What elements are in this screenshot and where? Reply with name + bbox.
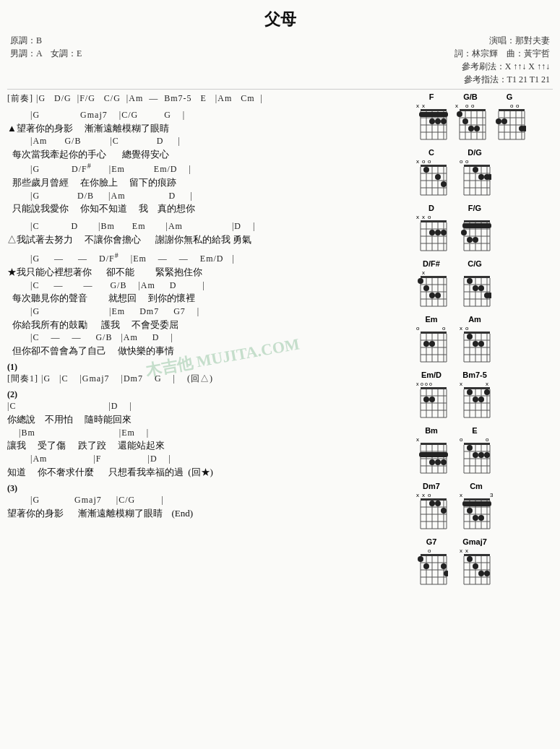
performer-label: 演唱：	[489, 35, 515, 46]
chord-diagrams: F x x	[412, 92, 553, 590]
svg-text:x: x	[416, 492, 419, 498]
svg-point-15	[435, 118, 441, 124]
svg-point-311	[467, 556, 473, 562]
svg-text:o: o	[429, 381, 432, 386]
chord-4: |G D/B |Am D |	[7, 190, 408, 202]
chord-row-7: Bm x	[415, 426, 553, 475]
section1: (1) [間奏1] |G |C |Gmaj7 |Dm7 G | (回△)	[7, 362, 408, 385]
svg-point-32	[462, 118, 468, 124]
original-key-value: B	[36, 35, 42, 46]
svg-text:x: x	[422, 214, 425, 220]
svg-text:o: o	[416, 325, 420, 332]
chord-CG-diagram	[458, 269, 491, 308]
chord-D: D x x o	[415, 204, 448, 252]
prelude-chord: [前奏] |G D/G |F/G C/G |Am — Bm7-5 E |Am C…	[7, 92, 408, 105]
svg-text:o: o	[428, 214, 431, 220]
female-label: 女調：	[51, 48, 77, 59]
lyric-5: △我試著去努力 不讓你會擔心 謝謝你無私的給我 勇氣	[7, 233, 408, 247]
author-line: 詞：林宗輝 曲：黃宇哲	[455, 48, 550, 60]
chord-F: F x x	[415, 92, 448, 141]
svg-point-180	[478, 341, 484, 347]
pre-chorus: |C D |Bm Em |Am |D | △我試著去努力 不讓你會擔心 謝謝你無…	[7, 220, 408, 246]
chord-D-diagram: x x o	[415, 213, 448, 252]
svg-text:x: x	[465, 547, 468, 554]
chord-Bm: Bm x	[415, 426, 448, 475]
svg-point-179	[473, 341, 478, 347]
capo-value: A	[36, 48, 42, 59]
svg-rect-278	[462, 501, 491, 506]
svg-point-116	[467, 237, 473, 243]
svg-point-68	[441, 181, 447, 187]
interlude-1: [間奏1] |G |C |Gmaj7 |Dm7 G | (回△)	[7, 373, 408, 385]
svg-point-83	[478, 174, 484, 180]
section-label-2: (2)	[7, 389, 408, 400]
chord-row-2: C x o o	[415, 148, 553, 196]
chord-Em: Em o o	[415, 315, 448, 363]
svg-text:o: o	[428, 158, 431, 165]
chord-E: E o o	[458, 426, 491, 475]
original-key-label: 原調：	[10, 35, 36, 46]
chord-DG: D/G o o	[458, 148, 491, 196]
svg-rect-283	[421, 554, 447, 556]
music-label: 曲：	[507, 48, 524, 59]
svg-point-246	[478, 452, 484, 458]
svg-text:o: o	[510, 103, 514, 109]
svg-point-115	[461, 230, 467, 235]
chord-Bm75-diagram: x x	[458, 380, 491, 419]
svg-text:o: o	[465, 325, 469, 332]
main-content: [前奏] |G D/G |F/G C/G |Am — Bm7-5 E |Am C…	[7, 92, 553, 590]
svg-rect-37	[499, 109, 525, 111]
svg-point-244	[467, 445, 473, 451]
chord-Dm7-diagram: x x o	[415, 491, 448, 530]
svg-point-279	[467, 508, 473, 514]
meta-left: 原調：B 男調：A 女調：E	[10, 35, 82, 86]
svg-text:o: o	[428, 547, 431, 554]
chord-8: |G |Em Dm7 G7 |	[7, 306, 408, 318]
svg-point-66	[423, 167, 429, 173]
svg-point-247	[484, 452, 490, 458]
svg-point-178	[467, 334, 473, 339]
svg-point-213	[478, 397, 484, 402]
svg-point-280	[473, 515, 478, 521]
svg-point-16	[441, 118, 447, 124]
chord-row-1: F x x	[415, 92, 553, 141]
chord-row-4: D/F# x	[415, 259, 553, 308]
svg-text:x: x	[416, 103, 419, 109]
performer-value: 那對夫妻	[515, 35, 550, 46]
svg-rect-267	[464, 498, 490, 501]
svg-rect-18	[460, 109, 486, 111]
svg-text:x: x	[460, 381, 462, 387]
svg-rect-152	[421, 332, 447, 334]
chord-Em-diagram: o o	[415, 324, 448, 363]
svg-point-147	[478, 285, 484, 291]
svg-text:o: o	[465, 158, 469, 165]
svg-text:o: o	[428, 492, 431, 498]
chord-3: |G D/F# |Em Em/D |	[7, 161, 408, 176]
chord-DFsharp-diagram: x	[415, 269, 448, 308]
svg-text:o: o	[460, 158, 463, 165]
svg-text:3: 3	[490, 492, 494, 498]
svg-point-31	[457, 111, 462, 117]
chord-row-9: G7 o	[415, 537, 553, 586]
svg-rect-300	[464, 554, 490, 556]
svg-text:o: o	[465, 103, 469, 109]
chord-Am-diagram: x o	[458, 324, 491, 363]
female-value: E	[77, 48, 82, 59]
lyric-3: 那些歲月曾經 在你臉上 留下的痕跡	[7, 176, 408, 190]
svg-point-146	[473, 285, 478, 291]
capo-label: 男調：	[10, 48, 36, 59]
svg-text:x: x	[416, 381, 419, 386]
svg-rect-71	[464, 165, 490, 167]
chord-FG-diagram	[458, 213, 491, 252]
svg-text:x: x	[460, 492, 462, 498]
svg-point-196	[423, 397, 429, 402]
chord-2: |Am G/B |C D |	[7, 135, 408, 147]
chord-1: |G Gmaj7 |C/G G |	[7, 109, 408, 121]
section-label-3: (3)	[7, 483, 408, 494]
svg-point-312	[473, 563, 478, 569]
svg-point-281	[478, 515, 484, 521]
chord-F-diagram: x x	[415, 102, 448, 141]
svg-point-296	[441, 563, 447, 569]
svg-rect-2	[421, 109, 447, 111]
svg-rect-200	[464, 387, 490, 389]
